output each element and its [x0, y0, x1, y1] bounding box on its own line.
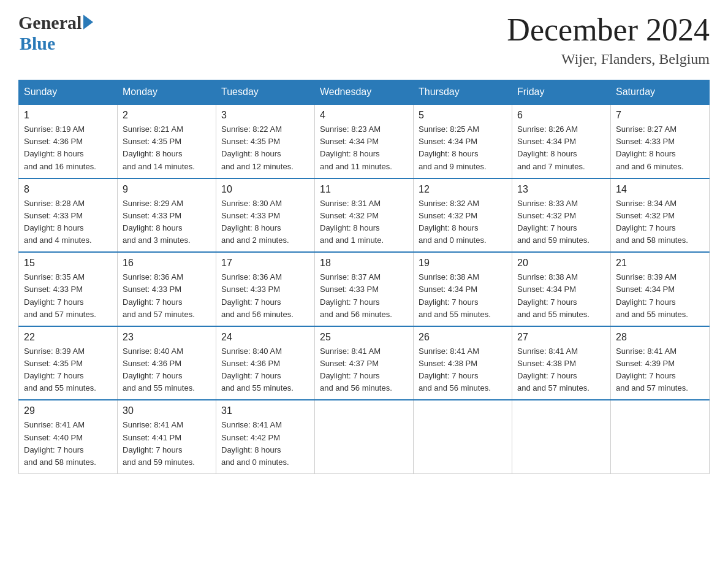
calendar-day-cell: 27 Sunrise: 8:41 AMSunset: 4:38 PMDaylig… — [512, 326, 611, 400]
logo-triangle-icon — [83, 15, 93, 29]
day-info: Sunrise: 8:40 AMSunset: 4:36 PMDaylight:… — [123, 347, 195, 393]
day-info: Sunrise: 8:26 AMSunset: 4:34 PMDaylight:… — [517, 124, 585, 170]
day-number: 13 — [517, 184, 605, 195]
calendar-table: Sunday Monday Tuesday Wednesday Thursday… — [18, 80, 710, 474]
day-number: 24 — [221, 332, 309, 343]
day-info: Sunrise: 8:33 AMSunset: 4:32 PMDaylight:… — [517, 199, 590, 245]
day-info: Sunrise: 8:21 AMSunset: 4:35 PMDaylight:… — [123, 124, 195, 170]
day-number: 3 — [221, 110, 309, 121]
logo: General Blue — [18, 12, 93, 54]
day-number: 15 — [24, 258, 112, 269]
col-saturday: Saturday — [611, 80, 710, 105]
calendar-week-row: 29 Sunrise: 8:41 AMSunset: 4:40 PMDaylig… — [19, 400, 710, 473]
calendar-day-cell: 17 Sunrise: 8:36 AMSunset: 4:33 PMDaylig… — [216, 252, 315, 326]
title-block: December 2024 Wijer, Flanders, Belgium — [507, 12, 710, 67]
day-info: Sunrise: 8:30 AMSunset: 4:33 PMDaylight:… — [221, 199, 289, 245]
col-tuesday: Tuesday — [216, 80, 315, 105]
day-info: Sunrise: 8:23 AMSunset: 4:34 PMDaylight:… — [320, 124, 392, 170]
day-number: 19 — [419, 258, 507, 269]
calendar-day-cell: 31 Sunrise: 8:41 AMSunset: 4:42 PMDaylig… — [216, 400, 315, 473]
calendar-day-cell: 6 Sunrise: 8:26 AMSunset: 4:34 PMDayligh… — [512, 104, 611, 178]
calendar-day-cell — [611, 400, 710, 473]
calendar-day-cell: 29 Sunrise: 8:41 AMSunset: 4:40 PMDaylig… — [19, 400, 118, 473]
calendar-day-cell: 22 Sunrise: 8:39 AMSunset: 4:35 PMDaylig… — [19, 326, 118, 400]
calendar-day-cell: 26 Sunrise: 8:41 AMSunset: 4:38 PMDaylig… — [414, 326, 512, 400]
day-info: Sunrise: 8:41 AMSunset: 4:38 PMDaylight:… — [517, 347, 590, 393]
calendar-day-cell: 19 Sunrise: 8:38 AMSunset: 4:34 PMDaylig… — [414, 252, 512, 326]
calendar-day-cell: 18 Sunrise: 8:37 AMSunset: 4:33 PMDaylig… — [315, 252, 414, 326]
location-subtitle: Wijer, Flanders, Belgium — [507, 51, 710, 67]
calendar-day-cell: 8 Sunrise: 8:28 AMSunset: 4:33 PMDayligh… — [19, 178, 118, 253]
day-number: 22 — [24, 332, 112, 343]
calendar-day-cell: 23 Sunrise: 8:40 AMSunset: 4:36 PMDaylig… — [118, 326, 216, 400]
calendar-day-cell: 9 Sunrise: 8:29 AMSunset: 4:33 PMDayligh… — [118, 178, 216, 253]
day-info: Sunrise: 8:35 AMSunset: 4:33 PMDaylight:… — [24, 272, 96, 318]
col-thursday: Thursday — [414, 80, 512, 105]
day-info: Sunrise: 8:36 AMSunset: 4:33 PMDaylight:… — [221, 272, 294, 318]
calendar-day-cell: 4 Sunrise: 8:23 AMSunset: 4:34 PMDayligh… — [315, 104, 414, 178]
day-number: 8 — [24, 184, 112, 195]
day-info: Sunrise: 8:40 AMSunset: 4:36 PMDaylight:… — [221, 347, 294, 393]
calendar-week-row: 22 Sunrise: 8:39 AMSunset: 4:35 PMDaylig… — [19, 326, 710, 400]
day-info: Sunrise: 8:22 AMSunset: 4:35 PMDaylight:… — [221, 124, 294, 170]
day-info: Sunrise: 8:39 AMSunset: 4:34 PMDaylight:… — [616, 272, 688, 318]
day-info: Sunrise: 8:36 AMSunset: 4:33 PMDaylight:… — [123, 272, 195, 318]
calendar-day-cell: 1 Sunrise: 8:19 AMSunset: 4:36 PMDayligh… — [19, 104, 118, 178]
day-number: 21 — [616, 258, 704, 269]
day-info: Sunrise: 8:19 AMSunset: 4:36 PMDaylight:… — [24, 124, 96, 170]
logo-blue-text: Blue — [20, 33, 93, 54]
calendar-day-cell: 13 Sunrise: 8:33 AMSunset: 4:32 PMDaylig… — [512, 178, 611, 253]
calendar-week-row: 8 Sunrise: 8:28 AMSunset: 4:33 PMDayligh… — [19, 178, 710, 253]
calendar-day-cell: 28 Sunrise: 8:41 AMSunset: 4:39 PMDaylig… — [611, 326, 710, 400]
day-info: Sunrise: 8:37 AMSunset: 4:33 PMDaylight:… — [320, 272, 392, 318]
col-monday: Monday — [118, 80, 216, 105]
day-info: Sunrise: 8:39 AMSunset: 4:35 PMDaylight:… — [24, 347, 96, 393]
day-number: 18 — [320, 258, 408, 269]
calendar-day-cell: 30 Sunrise: 8:41 AMSunset: 4:41 PMDaylig… — [118, 400, 216, 473]
calendar-day-cell — [315, 400, 414, 473]
calendar-day-cell: 12 Sunrise: 8:32 AMSunset: 4:32 PMDaylig… — [414, 178, 512, 253]
day-info: Sunrise: 8:38 AMSunset: 4:34 PMDaylight:… — [517, 272, 590, 318]
col-friday: Friday — [512, 80, 611, 105]
month-year-title: December 2024 — [507, 12, 710, 47]
day-info: Sunrise: 8:41 AMSunset: 4:39 PMDaylight:… — [616, 347, 688, 393]
day-number: 31 — [221, 405, 309, 416]
day-info: Sunrise: 8:41 AMSunset: 4:40 PMDaylight:… — [24, 420, 96, 466]
col-wednesday: Wednesday — [315, 80, 414, 105]
day-number: 4 — [320, 110, 408, 121]
day-info: Sunrise: 8:41 AMSunset: 4:42 PMDaylight:… — [221, 420, 289, 466]
day-number: 17 — [221, 258, 309, 269]
calendar-day-cell: 15 Sunrise: 8:35 AMSunset: 4:33 PMDaylig… — [19, 252, 118, 326]
col-sunday: Sunday — [19, 80, 118, 105]
calendar-day-cell: 5 Sunrise: 8:25 AMSunset: 4:34 PMDayligh… — [414, 104, 512, 178]
day-number: 28 — [616, 332, 704, 343]
calendar-day-cell: 20 Sunrise: 8:38 AMSunset: 4:34 PMDaylig… — [512, 252, 611, 326]
day-number: 5 — [419, 110, 507, 121]
day-number: 6 — [517, 110, 605, 121]
day-number: 23 — [123, 332, 211, 343]
day-info: Sunrise: 8:31 AMSunset: 4:32 PMDaylight:… — [320, 199, 384, 245]
day-info: Sunrise: 8:34 AMSunset: 4:32 PMDaylight:… — [616, 199, 688, 245]
day-info: Sunrise: 8:41 AMSunset: 4:37 PMDaylight:… — [320, 347, 392, 393]
calendar-day-cell — [512, 400, 611, 473]
calendar-day-cell: 2 Sunrise: 8:21 AMSunset: 4:35 PMDayligh… — [118, 104, 216, 178]
day-info: Sunrise: 8:29 AMSunset: 4:33 PMDaylight:… — [123, 199, 191, 245]
day-info: Sunrise: 8:32 AMSunset: 4:32 PMDaylight:… — [419, 199, 487, 245]
day-number: 2 — [123, 110, 211, 121]
calendar-day-cell: 10 Sunrise: 8:30 AMSunset: 4:33 PMDaylig… — [216, 178, 315, 253]
calendar-day-cell — [414, 400, 512, 473]
day-info: Sunrise: 8:28 AMSunset: 4:33 PMDaylight:… — [24, 199, 92, 245]
day-number: 30 — [123, 405, 211, 416]
day-info: Sunrise: 8:27 AMSunset: 4:33 PMDaylight:… — [616, 124, 684, 170]
day-number: 11 — [320, 184, 408, 195]
calendar-day-cell: 25 Sunrise: 8:41 AMSunset: 4:37 PMDaylig… — [315, 326, 414, 400]
day-info: Sunrise: 8:41 AMSunset: 4:41 PMDaylight:… — [123, 420, 195, 466]
calendar-day-cell: 16 Sunrise: 8:36 AMSunset: 4:33 PMDaylig… — [118, 252, 216, 326]
day-number: 10 — [221, 184, 309, 195]
page-header: General Blue December 2024 Wijer, Flande… — [18, 12, 710, 67]
day-number: 16 — [123, 258, 211, 269]
day-number: 29 — [24, 405, 112, 416]
calendar-week-row: 15 Sunrise: 8:35 AMSunset: 4:33 PMDaylig… — [19, 252, 710, 326]
calendar-day-cell: 14 Sunrise: 8:34 AMSunset: 4:32 PMDaylig… — [611, 178, 710, 253]
calendar-day-cell: 11 Sunrise: 8:31 AMSunset: 4:32 PMDaylig… — [315, 178, 414, 253]
